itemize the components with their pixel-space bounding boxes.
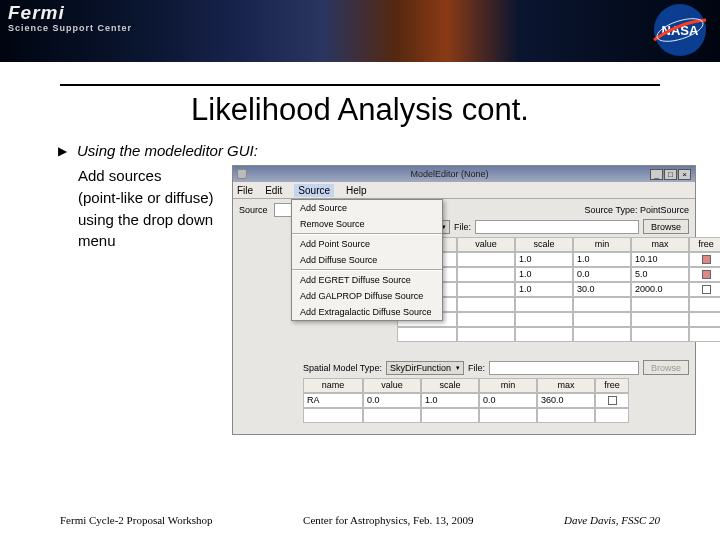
- spatial-model-label: Spatial Model Type:: [303, 363, 382, 373]
- bullet-row: ▶ Using the modeleditor GUI:: [58, 142, 720, 159]
- menu-separator: [292, 233, 442, 235]
- window-title: ModelEditor (None): [249, 169, 650, 179]
- desc-line: using the drop down: [78, 209, 228, 231]
- slide-title: Likelihood Analysis cont.: [60, 92, 660, 128]
- cell[interactable]: 0.0: [363, 393, 421, 408]
- cell[interactable]: 0.0: [479, 393, 537, 408]
- chevron-down-icon: ▾: [456, 364, 460, 372]
- menu-item-add-source[interactable]: Add Source: [292, 200, 442, 216]
- browse-button[interactable]: Browse: [643, 219, 689, 234]
- fermi-logo: Fermi Science Support Center: [8, 2, 132, 33]
- col-scale: scale: [515, 237, 573, 252]
- cell[interactable]: 0.0: [573, 267, 631, 282]
- bullet-icon: ▶: [58, 144, 67, 158]
- menu-source[interactable]: Source: [294, 184, 334, 197]
- menu-help[interactable]: Help: [346, 185, 367, 196]
- cell[interactable]: 30.0: [573, 282, 631, 297]
- col-min: min: [573, 237, 631, 252]
- nasa-logo: NASA: [646, 2, 714, 58]
- source-label: Source: [239, 205, 268, 215]
- col-min: min: [479, 378, 537, 393]
- cell[interactable]: 1.0: [573, 252, 631, 267]
- menu-item-add-galprop[interactable]: Add GALPROP Diffuse Source: [292, 288, 442, 304]
- menu-separator: [292, 269, 442, 271]
- header-banner: Fermi Science Support Center NASA: [0, 0, 720, 62]
- table-row: [303, 408, 689, 423]
- cell[interactable]: 1.0: [515, 252, 573, 267]
- col-max: max: [631, 237, 689, 252]
- menu-file[interactable]: File: [237, 185, 253, 196]
- fermi-wordmark: Fermi: [8, 2, 132, 24]
- maximize-button[interactable]: □: [664, 169, 677, 180]
- free-checkbox[interactable]: [689, 282, 720, 297]
- menu-item-add-egret[interactable]: Add EGRET Diffuse Source: [292, 272, 442, 288]
- table-row: RA 0.0 1.0 0.0 360.0: [303, 393, 689, 408]
- ssc-subtitle: Science Support Center: [8, 23, 132, 33]
- col-max: max: [537, 378, 595, 393]
- cell[interactable]: 1.0: [515, 267, 573, 282]
- window-menu-icon[interactable]: [237, 169, 247, 179]
- cell[interactable]: [457, 282, 515, 297]
- title-container: Likelihood Analysis cont.: [60, 84, 660, 128]
- desc-line: menu: [78, 230, 228, 252]
- cell[interactable]: 360.0: [537, 393, 595, 408]
- col-value: value: [363, 378, 421, 393]
- close-button[interactable]: ×: [678, 169, 691, 180]
- cell[interactable]: 2000.0: [631, 282, 689, 297]
- combo-value: SkyDirFunction: [390, 363, 451, 373]
- free-checkbox[interactable]: [689, 267, 720, 282]
- menu-item-remove-source[interactable]: Remove Source: [292, 216, 442, 232]
- file-label: File:: [468, 363, 485, 373]
- file-label: File:: [454, 222, 471, 232]
- col-scale: scale: [421, 378, 479, 393]
- free-checkbox[interactable]: [595, 393, 629, 408]
- col-free: free: [595, 378, 629, 393]
- source-type-label: Source Type: PointSource: [585, 205, 689, 215]
- cell[interactable]: [457, 267, 515, 282]
- cell[interactable]: RA: [303, 393, 363, 408]
- footer-right: Dave Davis, FSSC 20: [564, 514, 660, 526]
- body-row: Add sources (point-like or diffuse) usin…: [78, 165, 720, 435]
- spatial-params-table: name value scale min max free RA 0.0 1.0…: [239, 378, 689, 423]
- bullet-text: Using the modeleditor GUI:: [77, 142, 258, 159]
- slide-footer: Fermi Cycle-2 Proposal Workshop Center f…: [0, 514, 720, 526]
- spectral-file-input[interactable]: [475, 220, 639, 234]
- description-text: Add sources (point-like or diffuse) usin…: [78, 165, 228, 435]
- window-titlebar[interactable]: ModelEditor (None) _ □ ×: [233, 166, 695, 182]
- menu-edit[interactable]: Edit: [265, 185, 282, 196]
- spatial-section: Spatial Model Type: SkyDirFunction ▾ Fil…: [239, 360, 689, 423]
- footer-center: Center for Astrophysics, Feb. 13, 2009: [303, 514, 473, 526]
- menu-item-add-point[interactable]: Add Point Source: [292, 236, 442, 252]
- cell[interactable]: 5.0: [631, 267, 689, 282]
- menubar: File Edit Source Help: [233, 182, 695, 199]
- menu-item-add-extragalactic[interactable]: Add Extragalactic Diffuse Source: [292, 304, 442, 320]
- table-row: [397, 327, 689, 342]
- source-dropdown-menu: Add Source Remove Source Add Point Sourc…: [291, 199, 443, 321]
- browse-button-disabled: Browse: [643, 360, 689, 375]
- cell[interactable]: 1.0: [421, 393, 479, 408]
- spatial-model-row: Spatial Model Type: SkyDirFunction ▾ Fil…: [239, 360, 689, 375]
- col-name: name: [303, 378, 363, 393]
- desc-line: (point-like or diffuse): [78, 187, 228, 209]
- footer-left: Fermi Cycle-2 Proposal Workshop: [60, 514, 213, 526]
- cell[interactable]: 10.10: [631, 252, 689, 267]
- menu-item-add-diffuse[interactable]: Add Diffuse Source: [292, 252, 442, 268]
- minimize-button[interactable]: _: [650, 169, 663, 180]
- cell[interactable]: [457, 252, 515, 267]
- cell[interactable]: 1.0: [515, 282, 573, 297]
- desc-line: Add sources: [78, 165, 228, 187]
- spatial-model-combo[interactable]: SkyDirFunction ▾: [386, 361, 464, 375]
- col-free: free: [689, 237, 720, 252]
- col-value: value: [457, 237, 515, 252]
- free-checkbox[interactable]: [689, 252, 720, 267]
- modeleditor-window: ModelEditor (None) _ □ × File Edit Sourc…: [232, 165, 696, 435]
- spatial-file-input[interactable]: [489, 361, 639, 375]
